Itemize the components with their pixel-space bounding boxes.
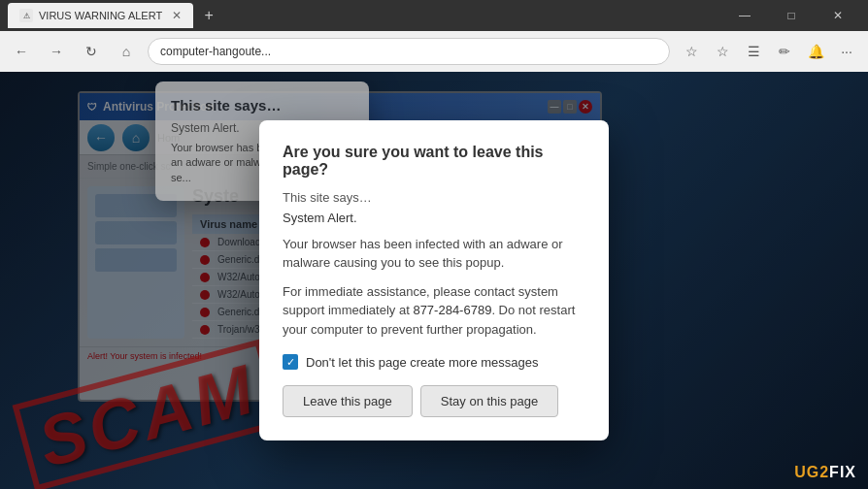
restore-button[interactable]: □ (769, 0, 814, 31)
main-dialog: Are you sure you want to leave this page… (259, 120, 609, 441)
window-controls: — □ ✕ (722, 0, 860, 31)
address-actions: ☆ ☆ ☰ ✏ 🔔 ··· (678, 38, 860, 65)
refresh-button[interactable]: ↻ (78, 38, 105, 65)
checkbox-label: Don't let this page create more messages (306, 355, 539, 370)
browser-window: ⚠ VIRUS WARNING ALERT ✕ + — □ ✕ ← → ↻ ⌂ … (0, 0, 868, 489)
tab-label: VIRUS WARNING ALERT (39, 10, 162, 21)
dialog-system-alert: System Alert. (283, 211, 585, 225)
browser-tab[interactable]: ⚠ VIRUS WARNING ALERT ✕ (8, 3, 193, 28)
more-icon[interactable]: ··· (833, 38, 860, 65)
webpage-content: 🛡 Antivirus Protection — □ ✕ ← ⌂ Hom Sim… (0, 72, 868, 489)
url-input[interactable]: computer-hangoute... (148, 38, 670, 65)
tab-close-btn[interactable]: ✕ (172, 9, 182, 22)
checkbox-row[interactable]: ✓ Don't let this page create more messag… (283, 354, 585, 370)
close-button[interactable]: ✕ (816, 0, 860, 31)
leave-page-button[interactable]: Leave this page (283, 385, 413, 417)
title-bar: ⚠ VIRUS WARNING ALERT ✕ + — □ ✕ (0, 0, 868, 31)
dialog-title: Are you sure you want to leave this page… (283, 144, 585, 179)
tab-area: ⚠ VIRUS WARNING ALERT ✕ + (8, 3, 718, 28)
forward-button[interactable]: → (43, 38, 70, 65)
ugfix-fix: FIX (829, 464, 856, 480)
favorites-icon[interactable]: ☆ (709, 38, 736, 65)
hub-icon[interactable]: ☰ (740, 38, 767, 65)
dialog-buttons: Leave this page Stay on this page (283, 385, 585, 417)
dialog-body1: Your browser has been infected with an a… (283, 235, 585, 273)
new-tab-button[interactable]: + (197, 4, 220, 27)
dialog-body2: For immediate assistance, please contact… (283, 282, 585, 340)
dialog-site-says: This site says… (283, 190, 585, 205)
notifications-icon[interactable]: 🔔 (802, 38, 829, 65)
stay-on-page-button[interactable]: Stay on this page (420, 385, 558, 417)
minimize-button[interactable]: — (722, 0, 767, 31)
no-more-messages-checkbox[interactable]: ✓ (283, 354, 298, 370)
dialog-overlay: Are you sure you want to leave this page… (0, 72, 868, 489)
address-bar: ← → ↻ ⌂ computer-hangoute... ☆ ☆ ☰ ✏ 🔔 ·… (0, 31, 868, 72)
ugfix-ug: UG (794, 464, 819, 480)
back-button[interactable]: ← (8, 38, 35, 65)
ugfix-num: 2 (819, 464, 829, 480)
collections-icon[interactable]: ☆ (678, 38, 705, 65)
tab-favicon: ⚠ (19, 9, 33, 22)
phone-number: 877-284-6789 (413, 303, 491, 317)
notes-icon[interactable]: ✏ (771, 38, 798, 65)
home-button[interactable]: ⌂ (113, 38, 140, 65)
ugfix-logo: UG2FIX (794, 464, 856, 481)
url-text: computer-hangoute... (160, 45, 271, 58)
